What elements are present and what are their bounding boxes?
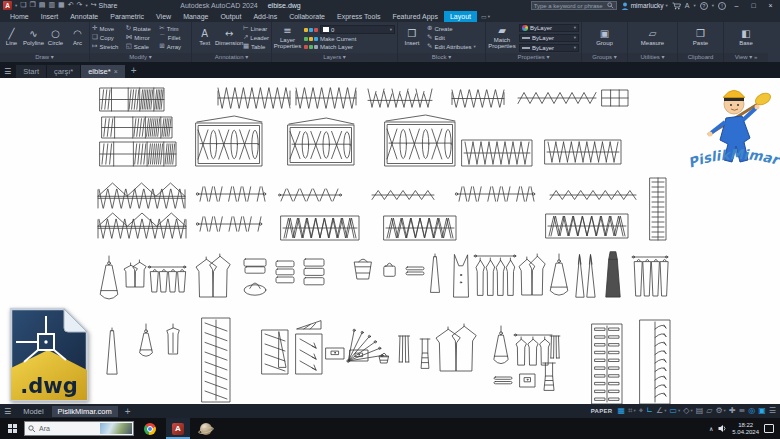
paste-button[interactable]: ❐Paste — [680, 23, 721, 52]
linear-button[interactable]: ⊢Linear — [243, 25, 269, 32]
panel-title-annotation[interactable]: Annotation ▾ — [192, 53, 271, 62]
ribbon-tab-featured-apps[interactable]: Featured Apps — [386, 11, 444, 22]
lineweight-select[interactable]: ByLayer▾ — [519, 34, 579, 42]
ribbon-tab-layout[interactable]: Layout — [444, 11, 477, 22]
base-button[interactable]: ◧Base — [726, 23, 766, 52]
mirror-button[interactable]: ⋈Mirror — [126, 34, 156, 41]
help-search-input[interactable]: Type a keyword or phrase — [531, 1, 617, 10]
file-tab-ar[interactable]: çarşı* — [47, 65, 80, 78]
linetype-select[interactable]: ByLayer▾ — [519, 44, 579, 52]
search-highlight-image[interactable] — [100, 423, 132, 434]
edit-attributes-caret-icon[interactable]: ▾ — [473, 44, 475, 49]
match-properties-button[interactable]: ▰Match Properties — [488, 23, 516, 52]
edit-block-button[interactable]: ✎Edit — [427, 34, 476, 41]
signed-in-user[interactable]: mimarlucky ▾ — [621, 2, 668, 10]
undo-button-icon[interactable]: ↶ — [68, 1, 74, 10]
search-icon[interactable] — [607, 2, 614, 9]
new-button-icon[interactable]: ❏ — [20, 1, 26, 10]
action-center-icon[interactable] — [764, 424, 774, 433]
fillet-button[interactable]: ⌒Fillet — [159, 34, 189, 41]
access-caret-icon[interactable]: ▾ — [693, 3, 695, 8]
notifications-icon[interactable]: ! — [718, 2, 726, 10]
new-drawing-tab-button[interactable]: + — [126, 65, 142, 78]
layout-tab-model[interactable]: Model — [17, 406, 49, 417]
annotation-scale-icon[interactable]: ⚙▾ — [715, 406, 725, 416]
panel-title-clipboard[interactable]: Clipboard — [678, 53, 723, 62]
edit-attributes-button[interactable]: ✎Edit Attributes▾ — [427, 43, 476, 50]
ribbon-tab-view[interactable]: View — [150, 11, 177, 22]
qat-customize-caret-icon[interactable]: ▾ — [85, 3, 87, 8]
layout-menu-icon[interactable]: ☰ — [4, 407, 11, 416]
drawing-canvas[interactable]: PislikMimar .dwg — [0, 78, 780, 404]
save-as-button-icon[interactable]: ▥ — [48, 1, 55, 10]
dimension-button[interactable]: ↔Dimension — [218, 23, 239, 52]
minimize-button[interactable]: – — [730, 2, 743, 9]
object-snap-icon[interactable]: ◇▾ — [683, 406, 692, 416]
share-button[interactable]: ↪ Share — [91, 1, 118, 10]
polar-tracking-icon[interactable]: ∠▾ — [656, 406, 666, 416]
panel-title-view[interactable]: View ▾ » — [724, 53, 768, 62]
leader-button[interactable]: ↗Leader — [243, 34, 269, 41]
tray-chevron-icon[interactable]: ∧ — [709, 425, 713, 432]
ribbon-tab-output[interactable]: Output — [214, 11, 247, 22]
circle-button[interactable]: ○Circle — [46, 23, 65, 52]
layer-select-caret-icon[interactable]: ▾ — [390, 27, 392, 32]
autodesk-access-icon[interactable]: A — [685, 2, 690, 9]
ribbon-tab-collaborate[interactable]: Collaborate — [283, 11, 331, 22]
layout-tab-pislikmimar-com[interactable]: PislikMimar.com — [52, 406, 118, 417]
lineweight-caret-icon[interactable]: ▾ — [574, 35, 576, 40]
ribbon-tab-insert[interactable]: Insert — [35, 11, 65, 22]
plot-button-icon[interactable]: ▦ — [58, 1, 65, 10]
stretch-button[interactable]: ↦Stretch — [92, 43, 122, 50]
taskbar-autocad-icon[interactable]: A — [166, 418, 190, 439]
start-button[interactable] — [0, 418, 24, 439]
autocad-logo-icon[interactable]: A — [3, 1, 12, 10]
tray-clock[interactable]: 18:22 5.04.2024 — [732, 422, 759, 435]
layer-select[interactable]: 0▾ — [320, 25, 395, 34]
file-tabs-menu-icon[interactable]: ☰ — [4, 67, 11, 76]
file-tab-elbise[interactable]: elbise*× — [81, 65, 125, 78]
ribbon-tab-express-tools[interactable]: Express Tools — [331, 11, 386, 22]
group-button[interactable]: ▣Group — [584, 23, 625, 52]
annotation-visibility-icon[interactable]: ▤ — [696, 406, 704, 416]
dynamic-input-icon[interactable]: ⌖ — [639, 406, 644, 416]
text-button[interactable]: AText — [194, 23, 215, 52]
paper-space-button[interactable]: PAPER — [591, 408, 613, 414]
scale-button[interactable]: ◱Scale — [126, 43, 156, 50]
annotation-monitor-icon[interactable]: ≡ — [739, 406, 746, 416]
ribbon-tab-add-ins[interactable]: Add-ins — [247, 11, 283, 22]
arc-button[interactable]: ◠Arc — [68, 23, 87, 52]
line-button[interactable]: ╱Line — [2, 23, 21, 52]
file-tab-Start[interactable]: Start — [16, 65, 46, 78]
grid-display-icon[interactable]: ▦ — [617, 406, 625, 416]
ribbon-tab-annotate[interactable]: Annotate — [64, 11, 104, 22]
trim-button[interactable]: ✂Trim — [159, 25, 189, 32]
layer-state-icons[interactable] — [304, 28, 318, 32]
panel-title-layers[interactable]: Layers ▾ — [272, 53, 397, 62]
panel-title-properties[interactable]: Properties ▾ — [486, 53, 581, 62]
taskbar-planet-app-icon[interactable] — [194, 418, 218, 439]
rotate-button[interactable]: ↻Rotate — [126, 25, 156, 32]
volume-icon[interactable] — [718, 424, 727, 433]
panel-title-modify[interactable]: Modify ▾ — [90, 53, 191, 62]
close-button[interactable]: × — [764, 2, 777, 9]
help-icon[interactable]: ? — [700, 2, 708, 10]
panel-title-utilities[interactable]: Utilities ▾ — [628, 53, 677, 62]
graphics-performance-icon[interactable]: ▣ — [758, 406, 766, 416]
workspace-switching-icon[interactable]: ✚ — [729, 406, 736, 416]
ortho-mode-icon[interactable]: ∟ — [646, 406, 653, 416]
color-select-caret-icon[interactable]: ▾ — [574, 25, 576, 30]
autoscale-icon[interactable]: ▱ — [706, 406, 712, 416]
insert-button[interactable]: ❒Insert — [400, 23, 424, 52]
isometric-drafting-icon[interactable]: ▭▾ — [669, 406, 680, 416]
new-layout-button[interactable]: + — [120, 406, 136, 417]
make-current-button[interactable]: Make Current — [304, 36, 395, 42]
taskbar-chrome-icon[interactable] — [138, 418, 162, 439]
customization-menu-icon[interactable]: ☰ — [769, 406, 776, 416]
array-button[interactable]: ⊞Array — [159, 43, 189, 50]
app-store-cart-icon[interactable] — [672, 2, 681, 10]
copy-button[interactable]: ❏Copy — [92, 34, 122, 41]
maximize-button[interactable]: □ — [747, 2, 760, 9]
panel-title-groups[interactable]: Groups ▾ — [582, 53, 627, 62]
close-tab-icon[interactable]: × — [114, 68, 118, 75]
